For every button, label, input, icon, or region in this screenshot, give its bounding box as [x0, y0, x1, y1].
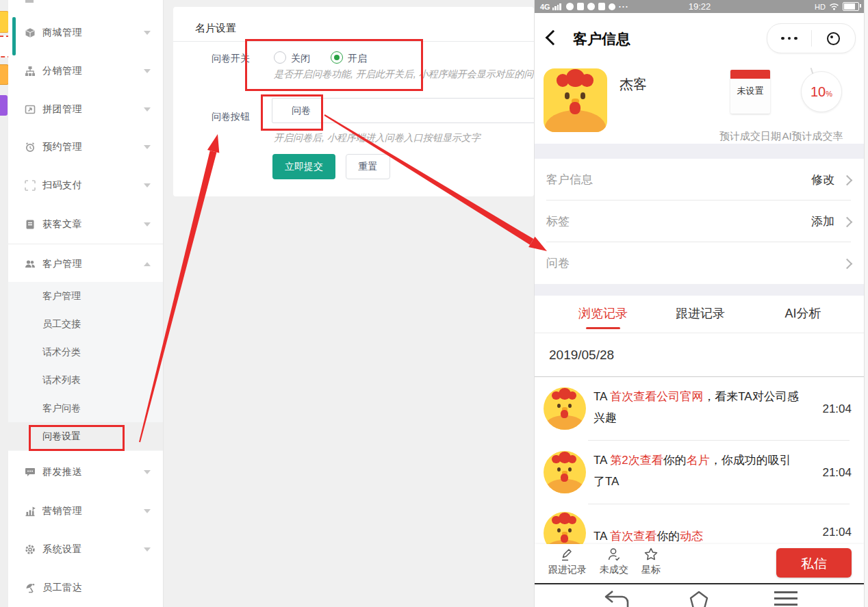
sidebar-item-5[interactable]: 扫码支付 [8, 173, 163, 198]
avatar [544, 68, 607, 132]
sidebar-item-9[interactable]: 营销管理 [8, 499, 163, 524]
customer-submenu: 客户管理员工交接话术分类话术列表客户问卷问卷设置 [8, 282, 163, 451]
browse-record-item[interactable]: TA 首次查看公司官网，看来TA对公司感兴趣21:04 [535, 377, 865, 441]
article-icon [25, 219, 36, 230]
questionnaire-button-text-input[interactable]: 问卷 [272, 98, 534, 123]
submit-button[interactable]: 立即提交 [272, 154, 335, 179]
recents-button[interactable] [774, 591, 797, 607]
desktop-icon[interactable] [0, 95, 8, 116]
home-button[interactable] [689, 590, 709, 607]
sidebar-item-4[interactable]: 预约管理 [8, 135, 163, 159]
sidebar-item-label: 商城管理 [42, 27, 82, 39]
more-options-icon[interactable] [767, 37, 811, 40]
input-value: 问卷 [292, 99, 311, 122]
back-button[interactable] [603, 590, 630, 607]
record-text-segment: 名片 [687, 454, 710, 467]
sidebar-item-1[interactable]: 商城管理 [8, 21, 163, 45]
sidebar-item-label: 群发推送 [42, 466, 82, 478]
settings-icon [25, 544, 36, 555]
group-buy-icon [25, 104, 36, 115]
chevron-down-icon [144, 31, 151, 35]
deal-date-widget[interactable]: 未设置 [730, 70, 770, 114]
private-message-button[interactable]: 私信 [776, 548, 852, 578]
browser-scrollbar[interactable] [864, 0, 868, 607]
radio-off[interactable] [274, 51, 286, 64]
tab-AI分析[interactable]: AI分析 [772, 305, 834, 322]
marketing-icon [25, 506, 36, 517]
section-gap [535, 144, 865, 159]
record-text-segment: 动态 [680, 530, 703, 543]
record-text-segment: TA [593, 530, 610, 543]
panel-title: 名片设置 [195, 22, 236, 35]
submenu-item-客户问卷[interactable]: 客户问卷 [8, 394, 163, 422]
sidebar-item-6[interactable]: 获客文章 [8, 212, 163, 237]
action-跟进记录[interactable]: 跟进记录 [544, 547, 591, 576]
sidebar-item-2[interactable]: 分销管理 [8, 59, 163, 83]
sidebar-item-label: 系统设置 [42, 543, 82, 556]
customer-profile-section: 杰客 未设置 预计成交日期 10% AI预计成交率 [535, 62, 865, 144]
more-icon: ··· [619, 3, 629, 10]
radio-on[interactable] [331, 51, 343, 64]
date-header: 2019/05/28 [549, 333, 614, 376]
chevron-up-icon [144, 262, 151, 266]
back-chevron-icon[interactable] [546, 30, 561, 46]
star-icon [643, 547, 659, 562]
record-text-segment: 首次查看 [610, 530, 656, 543]
sidebar-item-3[interactable]: 拼团管理 [8, 97, 163, 122]
menu-row-客户信息[interactable]: 客户信息修改 [535, 159, 865, 201]
record-text: TA 首次查看公司官网，看来TA对公司感兴趣 [593, 386, 802, 428]
chevron-right-icon [842, 217, 853, 228]
wifi-icon [829, 3, 839, 10]
row-action[interactable]: 修改 [811, 159, 834, 201]
ai-rate-widget[interactable]: 10% [801, 71, 842, 112]
reset-button[interactable]: 重置 [346, 154, 390, 179]
avatar [544, 451, 586, 493]
clipped-menu-icon [25, 0, 34, 3]
row-label: 问卷 [546, 242, 570, 284]
radio-off-label[interactable]: 关闭 [291, 53, 310, 65]
record-text: TA 第2次查看你的名片，你成功的吸引了TA [593, 450, 802, 492]
active-tab-underline [586, 327, 620, 329]
row-label: 标签 [546, 201, 570, 242]
record-text-segment: 第2次查看 [610, 454, 663, 467]
content-area: 名片设置 问卷开关 关闭 开启 是否开启问卷功能, 开启此开关后, 小程序端开会… [163, 0, 534, 607]
battery-icon [843, 2, 859, 11]
tab-浏览记录[interactable]: 浏览记录 [572, 305, 634, 322]
hd-label: HD [815, 3, 826, 11]
radio-on-label[interactable]: 开启 [348, 53, 367, 65]
menu-row-标签[interactable]: 标签添加 [535, 201, 865, 242]
sidebar-item-11[interactable]: 员工雷达 [8, 576, 163, 600]
menu-row-问卷[interactable]: 问卷 [535, 242, 865, 284]
sidebar-item-7[interactable]: 客户管理 [8, 244, 163, 284]
submenu-item-客户管理[interactable]: 客户管理 [8, 282, 163, 310]
submenu-item-话术分类[interactable]: 话术分类 [8, 338, 163, 366]
sidebar-item-label: 营销管理 [42, 505, 82, 517]
sidebar-item-label: 员工雷达 [42, 582, 82, 594]
sidebar-item-label: 扫码支付 [42, 179, 82, 192]
sidebar-scrollbar-thumb[interactable] [12, 17, 16, 55]
chevron-down-icon [144, 107, 151, 112]
sidebar-item-10[interactable]: 系统设置 [8, 537, 163, 562]
browser-icon [566, 3, 574, 10]
back-icon [603, 590, 630, 607]
menu-icon [774, 591, 797, 606]
submenu-item-问卷设置[interactable]: 问卷设置 [8, 422, 163, 450]
chevron-down-icon [144, 470, 151, 474]
switch-help-text: 是否开启问卷功能, 开启此开关后, 小程序端开会显示对应的问 [274, 68, 534, 81]
chevron-down-icon [144, 222, 151, 227]
submenu-item-话术列表[interactable]: 话术列表 [8, 366, 163, 394]
action-label: 跟进记录 [544, 564, 591, 576]
divider [535, 583, 865, 584]
home-icon [689, 590, 709, 607]
action-星标[interactable]: 星标 [628, 547, 674, 576]
close-target-icon[interactable] [812, 32, 856, 45]
bottom-action-bar: 私信 跟进记录未成交星标 [535, 544, 865, 583]
submenu-item-员工交接[interactable]: 员工交接 [8, 310, 163, 338]
row-action[interactable]: 添加 [811, 201, 834, 242]
tab-跟进记录[interactable]: 跟进记录 [669, 305, 731, 322]
browse-record-item[interactable]: TA 第2次查看你的名片，你成功的吸引了TA21:04 [535, 441, 865, 504]
action-label: 星标 [628, 564, 674, 576]
record-text-segment: 你的 [663, 454, 687, 467]
calendar-icon [730, 70, 770, 79]
sidebar-item-8[interactable]: 群发推送 [8, 460, 163, 485]
